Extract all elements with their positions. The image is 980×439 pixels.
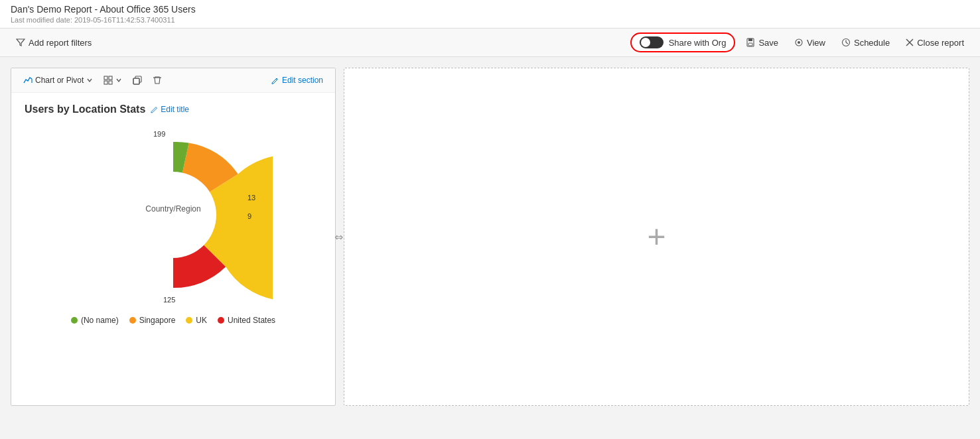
label-uk: 199 [153, 130, 165, 138]
copy-button[interactable] [129, 74, 146, 87]
filter-icon [16, 38, 25, 47]
svg-rect-16 [133, 78, 139, 84]
chart-or-pivot-button[interactable]: Chart or Pivot [19, 74, 97, 87]
svg-rect-14 [109, 81, 112, 84]
share-org-wrapper: Share with Org [630, 32, 736, 52]
svg-rect-1 [748, 38, 752, 41]
copy-icon [133, 76, 142, 85]
legend-dot-noname [71, 317, 78, 324]
close-icon [906, 38, 914, 46]
donut-center-label: Country/Region [145, 204, 200, 214]
legend-dot-us [218, 317, 224, 324]
svg-rect-13 [104, 81, 107, 84]
edit-section-button[interactable]: Edit section [267, 74, 327, 87]
donut-chart-svg: Country/Region 199 13 9 125 [74, 122, 273, 308]
share-org-toggle[interactable] [640, 36, 664, 48]
close-report-button[interactable]: Close report [900, 35, 969, 50]
delete-button[interactable] [149, 74, 166, 87]
save-icon [746, 38, 755, 47]
svg-rect-12 [109, 76, 112, 80]
legend-item-noname: (No name) [71, 316, 119, 325]
svg-line-18 [276, 79, 277, 80]
chevron-down-icon-2 [115, 77, 122, 84]
legend-item-singapore: Singapore [129, 316, 176, 325]
schedule-icon [841, 38, 851, 47]
pencil-small-icon [151, 105, 159, 113]
report-meta: Last modified date: 2019-05-16T11:42:53.… [11, 16, 969, 24]
panel-toolbar: Chart or Pivot [11, 68, 335, 93]
legend-item-us: United States [218, 316, 275, 325]
add-filters-button[interactable]: Add report filters [11, 35, 97, 50]
donut-hole [130, 172, 216, 258]
layout-icon [104, 76, 113, 85]
svg-line-7 [846, 42, 848, 44]
chart-icon [23, 76, 33, 85]
label-us: 125 [163, 296, 175, 304]
resize-handle[interactable]: ⇔ [334, 231, 343, 243]
chart-title-text: Users by Location Stats [25, 103, 145, 115]
legend-dot-uk [186, 317, 192, 324]
report-panel: Chart or Pivot [11, 68, 336, 406]
toolbar-left: Add report filters [11, 35, 97, 50]
save-button[interactable]: Save [740, 35, 784, 50]
trash-icon [153, 76, 162, 85]
chart-legend: (No name) Singapore UK United States [25, 316, 322, 325]
title-bar: Dan's Demo Report - About Office 365 Use… [0, 0, 980, 29]
svg-point-4 [798, 41, 800, 44]
share-org-label: Share with Org [669, 38, 727, 48]
view-icon [794, 38, 804, 47]
legend-item-uk: UK [186, 316, 207, 325]
legend-dot-singapore [129, 317, 136, 324]
chevron-down-icon [86, 77, 93, 84]
add-panel-plus-icon: + [647, 221, 665, 253]
layout-button[interactable] [100, 74, 126, 87]
main-toolbar: Add report filters Share with Org Save V… [0, 29, 980, 57]
main-content: Chart or Pivot [0, 57, 980, 416]
label-noname: 9 [247, 212, 251, 220]
pencil-icon [271, 76, 279, 85]
edit-title-link[interactable]: Edit title [151, 105, 189, 114]
schedule-button[interactable]: Schedule [836, 35, 895, 50]
view-button[interactable]: View [789, 35, 831, 50]
donut-chart-container: Country/Region 199 13 9 125 [74, 122, 273, 308]
report-title: Dan's Demo Report - About Office 365 Use… [11, 4, 969, 15]
svg-rect-11 [104, 76, 107, 80]
svg-rect-2 [748, 43, 752, 46]
chart-area: Users by Location Stats Edit title [11, 93, 335, 336]
add-panel[interactable]: + [344, 68, 969, 406]
chart-title-row: Users by Location Stats Edit title [25, 103, 322, 115]
label-singapore: 13 [247, 194, 255, 202]
toolbar-right: Share with Org Save View [630, 32, 969, 52]
